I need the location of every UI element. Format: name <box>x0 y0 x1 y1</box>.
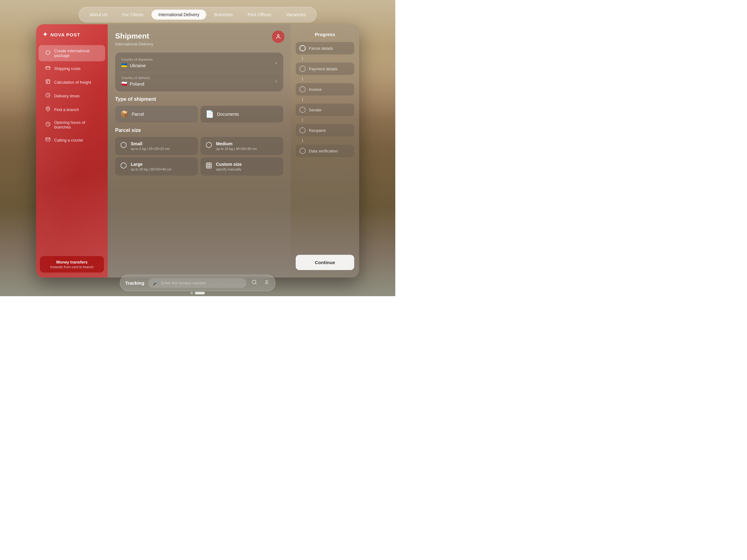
progress-step-sender: Sender <box>296 104 354 116</box>
tracking-bar: Tracking 🎤 <box>120 275 276 291</box>
progress-step-invoice: Invoice <box>296 83 354 96</box>
find-branch-label: Find a branch <box>54 107 79 112</box>
create-package-label: Create international package <box>54 49 99 58</box>
opening-hours-icon <box>45 122 51 128</box>
nav-vacancies[interactable]: Vacancies <box>279 10 313 20</box>
parcel-emoji: 📦 <box>120 110 129 118</box>
freight-label: Calculation of freight <box>54 80 91 85</box>
departure-label: Country of departure <box>121 58 153 61</box>
progress-step-parcel: Parcel details <box>296 42 354 54</box>
small-desc: up to 2 kg | 35×20×10 cm <box>131 147 170 151</box>
documents-emoji: 📄 <box>205 110 214 118</box>
type-parcel-btn[interactable]: 📦 Parcel <box>115 106 198 123</box>
size-large-btn[interactable]: Large up to 30 kg | 60×50×40 cm <box>115 157 198 176</box>
sidebar: ✦ NOVA POST Create international package <box>36 24 108 277</box>
page-subtitle: International Delivery <box>115 42 283 46</box>
nav-branches[interactable]: Branches <box>207 10 239 20</box>
page-dot-1 <box>190 292 193 294</box>
departure-chevron: › <box>276 60 277 65</box>
progress-dot-parcel <box>300 45 306 51</box>
svg-line-21 <box>255 283 256 284</box>
tracking-list-icon[interactable] <box>262 278 270 288</box>
large-desc: up to 30 kg | 60×50×40 cm <box>131 167 172 171</box>
parcel-label: Parcel <box>132 112 144 117</box>
microphone-icon[interactable]: 🎤 <box>153 280 159 286</box>
custom-name: Custom size <box>216 162 241 167</box>
tracking-search-icon[interactable] <box>250 278 258 288</box>
svg-rect-6 <box>46 66 50 69</box>
shipment-types: 📦 Parcel 📄 Documents <box>115 106 283 123</box>
logo-text: NOVA POST <box>50 32 80 37</box>
progress-step-verification: Data verification <box>296 145 354 157</box>
progress-connector-4 <box>302 118 303 122</box>
nav-for-clients[interactable]: For Clients <box>115 10 150 20</box>
page-title: Shipment <box>115 32 283 41</box>
progress-step-recipient: Recipient <box>296 124 354 137</box>
main-panel: ⊞ ✦ NOVA POST <box>36 24 359 277</box>
svg-point-12 <box>47 108 49 109</box>
size-custom-btn[interactable]: Custom size specify manually <box>201 157 283 176</box>
progress-dot-recipient <box>300 127 306 133</box>
top-nav: About Us For Clients International Deliv… <box>79 7 317 22</box>
tracking-input[interactable] <box>161 281 242 285</box>
sidebar-item-courier[interactable]: Calling a courier <box>38 133 105 146</box>
progress-label-sender: Sender <box>309 108 322 112</box>
progress-connector-2 <box>302 77 303 81</box>
content-area: Shipment International Delivery Country … <box>108 24 291 277</box>
svg-point-14 <box>277 34 279 36</box>
shipping-costs-icon <box>45 65 51 72</box>
progress-label-verification: Data verification <box>309 149 338 153</box>
page-dot-active <box>195 292 205 294</box>
courier-label: Calling a courier <box>54 138 83 142</box>
shipping-costs-label: Shipping costs <box>54 66 81 71</box>
user-button[interactable] <box>272 30 284 43</box>
nav-international-delivery[interactable]: International Delivery <box>152 10 206 20</box>
departure-value: 🇺🇦 Ukraine <box>121 62 153 68</box>
large-name: Large <box>131 162 172 167</box>
type-documents-btn[interactable]: 📄 Documents <box>201 106 283 123</box>
continue-button[interactable]: Continue <box>296 255 354 270</box>
tracking-input-wrap: 🎤 <box>148 278 247 288</box>
delivery-times-label: Delivery times <box>54 94 80 98</box>
nav-post-offices[interactable]: Post Offices <box>241 10 278 20</box>
size-small-btn[interactable]: Small up to 2 kg | 35×20×10 cm <box>115 137 198 155</box>
departure-row[interactable]: Country of departure 🇺🇦 Ukraine › <box>117 54 282 72</box>
right-panel: Progress Parcel details Payment details … <box>291 24 359 277</box>
custom-desc: specify manually <box>216 167 241 171</box>
svg-rect-15 <box>206 163 212 168</box>
small-name: Small <box>131 141 170 146</box>
create-package-icon <box>45 50 51 56</box>
shipment-type-title: Type of shipment <box>115 97 283 102</box>
size-medium-btn[interactable]: Medium up to 10 kg | 40×30×30 cm <box>201 137 283 155</box>
freight-icon <box>45 79 51 85</box>
page-dots <box>190 292 205 294</box>
find-branch-icon <box>45 106 51 113</box>
sidebar-item-find-branch[interactable]: Find a branch <box>38 103 105 116</box>
sidebar-item-shipping-costs[interactable]: Shipping costs <box>38 62 105 75</box>
delivery-flag: 🇵🇱 <box>121 81 127 86</box>
courier-icon <box>45 137 51 143</box>
sidebar-nav: Create international package Shipping co… <box>36 45 108 254</box>
departure-flag: 🇺🇦 <box>121 62 127 68</box>
sidebar-item-freight[interactable]: Calculation of freight <box>38 76 105 89</box>
logo-area: ✦ NOVA POST <box>36 30 108 45</box>
delivery-row[interactable]: Country of delivery 🇵🇱 Poland › <box>117 72 282 90</box>
progress-dot-sender <box>300 107 306 113</box>
money-transfer-banner[interactable]: Money transfers Instantly from card to b… <box>40 256 104 272</box>
medium-icon <box>205 141 212 150</box>
progress-connector-1 <box>302 57 303 60</box>
progress-step-payment: Payment details <box>296 62 354 75</box>
nav-about-us[interactable]: About Us <box>83 10 114 20</box>
opening-hours-label: Opening hours of branches <box>54 120 99 129</box>
progress-dot-verification <box>300 148 306 154</box>
sidebar-item-opening-hours[interactable]: Opening hours of branches <box>38 117 105 133</box>
medium-name: Medium <box>216 141 257 146</box>
delivery-name: Poland <box>130 81 145 86</box>
progress-connector-5 <box>302 139 303 142</box>
sidebar-item-create-package[interactable]: Create international package <box>38 45 105 61</box>
progress-label-parcel: Parcel details <box>309 46 333 51</box>
progress-label-payment: Payment details <box>309 66 338 71</box>
parcel-sizes: Small up to 2 kg | 35×20×10 cm Medium up… <box>115 137 283 176</box>
sidebar-item-delivery-times[interactable]: Delivery times <box>38 89 105 102</box>
delivery-value: 🇵🇱 Poland <box>121 81 150 86</box>
